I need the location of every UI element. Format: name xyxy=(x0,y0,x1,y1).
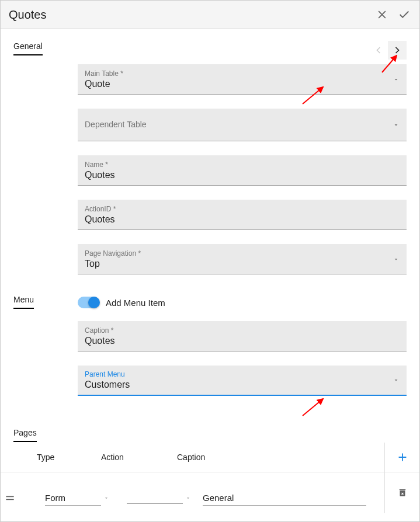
chevron-down-icon xyxy=(393,377,400,384)
caption-label: Caption * xyxy=(85,326,400,335)
delete-page-button[interactable] xyxy=(384,472,419,513)
page-navigation-value: Top xyxy=(85,259,400,269)
action-id-label: ActionID * xyxy=(85,205,400,213)
next-page-button[interactable] xyxy=(388,41,407,60)
drag-handle-icon[interactable] xyxy=(4,492,27,504)
svg-rect-1 xyxy=(399,489,405,490)
dialog-title: Quotes xyxy=(9,8,46,22)
add-menu-item-label: Add Menu Item xyxy=(106,298,165,308)
dialog-header: Quotes xyxy=(1,1,419,29)
section-menu-label: Menu xyxy=(13,295,34,309)
pages-col-caption: Caption xyxy=(177,453,384,462)
caption-value: Quotes xyxy=(85,336,400,346)
chevron-down-icon xyxy=(185,495,191,501)
close-icon[interactable] xyxy=(375,8,389,22)
main-table-value: Quote xyxy=(85,79,400,89)
caption-field[interactable]: Caption * Quotes xyxy=(78,321,407,352)
action-id-field[interactable]: ActionID * Quotes xyxy=(78,200,407,230)
chevron-down-icon xyxy=(393,76,400,83)
name-label: Name * xyxy=(85,161,400,169)
pages-col-action: Action xyxy=(101,453,177,462)
dependent-table-field[interactable]: Dependent Table xyxy=(78,109,407,141)
add-page-button[interactable] xyxy=(384,443,419,472)
main-table-field[interactable]: Main Table * Quote xyxy=(78,64,407,95)
name-field[interactable]: Name * Quotes xyxy=(78,155,407,186)
add-menu-item-toggle[interactable] xyxy=(78,297,99,308)
page-navigation-field[interactable]: Page Navigation * Top xyxy=(78,244,407,274)
prev-page-button xyxy=(369,41,388,60)
pages-col-type: Type xyxy=(13,453,101,462)
parent-menu-label: Parent Menu xyxy=(85,370,400,378)
chevron-down-icon xyxy=(393,256,400,263)
header-actions xyxy=(375,8,411,22)
name-value: Quotes xyxy=(85,170,400,180)
toggle-thumb xyxy=(88,297,100,308)
page-type-select[interactable]: Form xyxy=(45,490,101,506)
page-nav-arrows xyxy=(78,41,407,60)
section-pages-label: Pages xyxy=(13,428,37,442)
action-id-value: Quotes xyxy=(85,214,400,225)
chevron-down-icon xyxy=(103,495,109,501)
parent-menu-field[interactable]: Parent Menu Customers xyxy=(78,366,407,396)
main-table-label: Main Table * xyxy=(85,69,400,78)
page-action-select[interactable] xyxy=(127,492,183,504)
parent-menu-value: Customers xyxy=(85,380,400,390)
section-general-label: General xyxy=(13,41,43,55)
page-caption-input[interactable] xyxy=(203,490,366,506)
page-navigation-label: Page Navigation * xyxy=(85,249,400,257)
dependent-table-label: Dependent Table xyxy=(85,120,400,129)
chevron-down-icon xyxy=(393,121,400,128)
confirm-icon[interactable] xyxy=(397,8,411,22)
